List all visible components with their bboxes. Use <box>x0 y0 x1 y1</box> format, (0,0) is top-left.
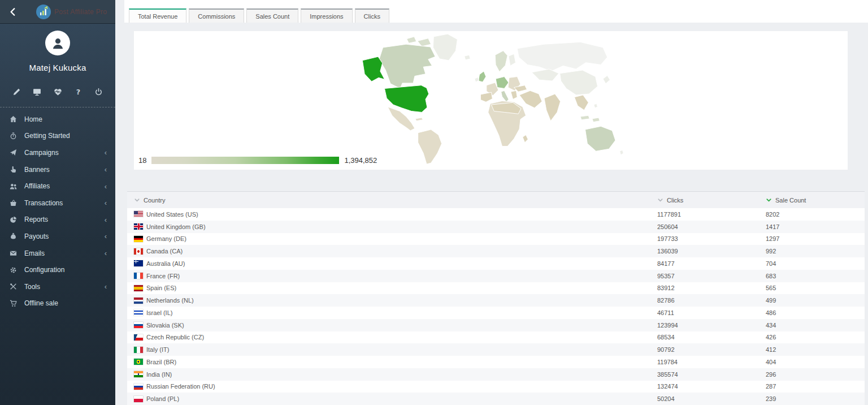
map-region-china[interactable] <box>559 70 597 95</box>
brand-logo-icon <box>36 5 51 19</box>
tab-total-revenue[interactable]: Total Revenue <box>129 8 186 23</box>
flag-icon-fr <box>134 273 143 279</box>
heartbeat-icon[interactable] <box>54 88 62 96</box>
table-header: Country Clicks Sale Count <box>127 191 865 208</box>
tab-impressions[interactable]: Impressions <box>301 8 352 23</box>
content-area: 18 1,394,852 Country Clicks <box>115 23 868 405</box>
country-name: Russian Federation (RU) <box>146 383 215 390</box>
sidebar-item-offline-sale[interactable]: Offline sale <box>0 295 115 312</box>
sale-count-value: 296 <box>766 371 865 378</box>
map-region-scandinavia[interactable] <box>495 51 507 72</box>
country-cell: Russian Federation (RU) <box>127 383 657 390</box>
country-name: Spain (ES) <box>146 285 176 291</box>
profile-section: Matej Kukucka ? <box>0 24 115 96</box>
nav-item-label: Payouts <box>24 232 105 240</box>
country-name: India (IN) <box>146 371 172 378</box>
country-cell: United Kingdom (GB) <box>127 223 657 230</box>
chevron-left-icon: ‹ <box>105 216 107 223</box>
tab-strip: Total RevenueCommissionsSales CountImpre… <box>124 0 868 23</box>
map-region-russia[interactable] <box>517 42 607 71</box>
sidebar-item-home[interactable]: Home <box>0 111 115 128</box>
nav-item-label: Emails <box>24 249 105 257</box>
sidebar-item-banners[interactable]: Banners‹ <box>0 161 115 178</box>
map-region-iceland[interactable] <box>464 55 470 60</box>
sidebar-item-tools[interactable]: Tools‹ <box>0 278 115 295</box>
map-region-new-zealand[interactable] <box>619 150 623 155</box>
clicks-value: 46711 <box>657 309 766 316</box>
column-header-clicks[interactable]: Clicks <box>657 197 766 204</box>
sidebar-item-affiliates[interactable]: Affiliates‹ <box>0 178 115 195</box>
sidebar-item-reports[interactable]: Reports‹ <box>0 212 115 229</box>
tab-label: Clicks <box>364 13 380 20</box>
map-region-caribbean[interactable] <box>415 118 422 121</box>
map-region-madagascar[interactable] <box>522 135 528 143</box>
map-region-spain[interactable] <box>480 92 492 102</box>
clicks-value: 50204 <box>657 395 766 402</box>
question-icon[interactable]: ? <box>74 88 83 96</box>
nav-item-label: Campaigns <box>24 149 105 157</box>
map-region-japan[interactable] <box>603 76 610 84</box>
map-region-philippines[interactable] <box>593 104 597 108</box>
map-region-canada[interactable] <box>379 44 435 88</box>
column-label: Sale Count <box>775 197 806 204</box>
power-icon[interactable] <box>94 88 103 96</box>
map-region-middle-east[interactable] <box>519 91 542 108</box>
country-name: Slovakia (SK) <box>146 322 184 329</box>
flag-icon-de <box>134 236 143 242</box>
map-region-greenland[interactable] <box>433 34 457 61</box>
sidebar-item-emails[interactable]: Emails‹ <box>0 245 115 262</box>
map-region-balkans[interactable] <box>510 91 517 99</box>
map-region-india[interactable] <box>544 94 561 121</box>
basket-icon <box>9 199 18 206</box>
collapse-sidebar-button[interactable] <box>6 5 20 19</box>
map-region-australia[interactable] <box>585 126 615 151</box>
tab-sales-count[interactable]: Sales Count <box>246 8 298 23</box>
sidebar-item-getting-started[interactable]: Getting Started <box>0 128 115 145</box>
sale-count-value: 683 <box>766 273 865 279</box>
flag-icon-sk <box>134 322 143 328</box>
tab-commissions[interactable]: Commissions <box>189 8 244 23</box>
tab-label: Commissions <box>198 13 235 20</box>
table-row-br: Brazil (BR)119784404 <box>127 356 865 368</box>
map-region-southeast-asia[interactable] <box>574 95 588 110</box>
person-icon <box>50 36 66 51</box>
map-region-ireland[interactable] <box>474 77 479 82</box>
country-name: Italy (IT) <box>146 346 169 353</box>
country-cell: Italy (IT) <box>127 346 657 353</box>
flag-icon-cz <box>134 334 143 341</box>
tab-clicks[interactable]: Clicks <box>355 8 389 23</box>
map-region-central-europe[interactable] <box>496 76 509 88</box>
column-header-sale-count[interactable]: Sale Count <box>766 197 865 204</box>
table-row-il: Israel (IL)46711486 <box>127 307 865 319</box>
sidebar-item-configuration[interactable]: Configuration <box>0 261 115 278</box>
map-region-south-america[interactable] <box>418 130 441 164</box>
legend-gradient-bar <box>151 157 339 164</box>
nav-item-label: Banners <box>24 166 105 174</box>
sidebar-divider <box>0 107 115 107</box>
map-region-united-kingdom[interactable] <box>478 71 485 82</box>
country-cell: Poland (PL) <box>127 395 657 402</box>
table-row-ru: Russian Federation (RU)132474287 <box>127 381 865 393</box>
flag-icon-au <box>134 260 143 266</box>
sidebar-item-transactions[interactable]: Transactions‹ <box>0 195 115 212</box>
map-region-italy[interactable] <box>501 91 508 102</box>
sale-count-value: 1297 <box>766 235 865 242</box>
map-region-central-asia[interactable] <box>532 69 559 81</box>
country-name: Israel (IL) <box>146 309 172 316</box>
clicks-value: 68534 <box>657 334 766 341</box>
country-name: Poland (PL) <box>146 395 179 402</box>
column-header-country[interactable]: Country <box>127 197 657 204</box>
country-name: Czech Republic (CZ) <box>146 334 204 341</box>
table-row-sk: Slovakia (SK)123994434 <box>127 319 865 331</box>
sidebar-item-payouts[interactable]: Payouts‹ <box>0 228 115 245</box>
flag-icon-ru <box>134 384 143 390</box>
sale-count-value: 8202 <box>766 211 865 218</box>
monitor-icon[interactable] <box>33 88 41 96</box>
flag-icon-it <box>134 347 143 353</box>
map-region-indonesia[interactable] <box>580 115 599 122</box>
map-region-finland[interactable] <box>509 54 515 66</box>
legend-min-value: 18 <box>138 156 146 165</box>
table-row-cz: Czech Republic (CZ)68534426 <box>127 331 865 344</box>
pencil-icon[interactable] <box>12 88 21 96</box>
sidebar-item-campaigns[interactable]: Campaigns‹ <box>0 144 115 161</box>
